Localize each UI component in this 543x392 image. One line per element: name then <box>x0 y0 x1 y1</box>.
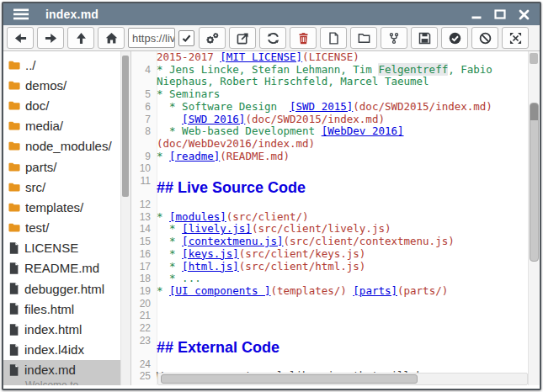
close-icon[interactable] <box>519 9 530 20</box>
sidebar-item-index.md[interactable]: index.md <box>3 360 120 380</box>
reload-button[interactable] <box>259 27 286 49</box>
save-button[interactable] <box>411 27 438 49</box>
sidebar-scrollbar-thumb[interactable] <box>122 56 129 197</box>
trash-icon <box>297 32 310 45</box>
markdown-link[interactable]: [keys.js] <box>182 247 239 260</box>
editor-line[interactable]: 23## External Code <box>131 335 529 358</box>
open-external-button[interactable] <box>229 27 256 49</box>
sidebar-item-..[interactable]: ../ <box>3 55 120 75</box>
folder-icon <box>8 181 21 193</box>
sidebar-item-media[interactable]: media/ <box>3 116 120 136</box>
sidebar-item-parts[interactable]: parts/ <box>3 156 120 177</box>
new-folder-button[interactable] <box>350 27 377 49</box>
markdown-link[interactable]: [SWD 2016] <box>182 113 245 125</box>
code-text: ## Live Source Code <box>157 179 306 196</box>
editor-line[interactable]: 15 * [contextmenu.js](src/client/context… <box>131 236 529 248</box>
editor-line[interactable]: 21 <box>131 310 529 322</box>
editor-line[interactable]: 14 * [lively.js](src/client/lively.js) <box>131 223 529 236</box>
sidebar-item-debugger.html[interactable]: debugger.html <box>3 278 120 299</box>
editor-line[interactable]: 5* Seminars <box>131 88 529 101</box>
markdown-link[interactable]: [SWD 2015] <box>290 100 353 113</box>
hamburger-menu-icon[interactable] <box>13 8 29 20</box>
markdown-link[interactable]: [readme] <box>169 150 220 162</box>
fullscreen-button[interactable] <box>502 27 529 49</box>
sidebar-item-test[interactable]: test/ <box>3 218 120 238</box>
line-number: 22 <box>131 322 157 335</box>
editor-line[interactable]: 16 * [keys.js](src/client/keys.js) <box>131 248 529 261</box>
markdown-link[interactable]: [UI components ] <box>169 284 270 297</box>
editor-line[interactable]: 18 * ... <box>131 273 529 285</box>
editor-line[interactable]: 10 <box>131 162 529 175</box>
sidebar-item-LICENSE[interactable]: LICENSE <box>3 238 120 258</box>
line-number: 6 <box>131 101 157 114</box>
sidebar-item-index.l4idx[interactable]: index.l4idx <box>3 340 120 360</box>
markdown-link[interactable]: [WebDev 2016] <box>322 124 404 137</box>
minimize-icon[interactable] <box>471 9 482 19</box>
markdown-link[interactable]: [modules] <box>169 210 226 223</box>
vertical-scrollbar[interactable] <box>528 51 540 385</box>
accept-button[interactable] <box>441 27 468 49</box>
sidebar-item-templates[interactable]: templates/ <box>3 197 120 217</box>
settings-button[interactable] <box>199 27 226 49</box>
editor-line[interactable]: 12 <box>131 199 529 211</box>
editor-line[interactable]: 9* [readme](README.md) <box>131 151 529 163</box>
file-icon <box>8 262 20 275</box>
sidebar-item-README.md[interactable]: README.md <box>3 258 120 278</box>
sidebar-scrollbar[interactable] <box>120 51 130 385</box>
sidebar-item-files.html[interactable]: files.html <box>3 299 120 319</box>
markdown-link[interactable]: [lively.js] <box>182 222 252 235</box>
editor-line[interactable]: 17 * [html.js](src/client/html.js) <box>131 261 529 273</box>
back-button[interactable] <box>7 27 34 49</box>
editor-lines: 2015-2017 [MIT LICENSE](LICENSE)4* Jens … <box>131 51 529 385</box>
new-file-button[interactable] <box>320 27 347 49</box>
line-number: 20 <box>131 298 157 310</box>
markdown-editor[interactable]: 2015-2017 [MIT LICENSE](LICENSE)4* Jens … <box>131 51 540 385</box>
versions-button[interactable] <box>381 27 407 49</box>
cancel-button[interactable] <box>471 27 498 49</box>
markdown-link[interactable]: [MIT LICENSE] <box>220 51 302 63</box>
vertical-scrollbar-thumb[interactable] <box>530 103 539 262</box>
folder-icon <box>8 221 21 234</box>
editor-line[interactable]: 19* [UI components ](templates/) [parts]… <box>131 285 529 298</box>
delete-button[interactable] <box>290 27 317 49</box>
horizontal-scrollbar-thumb[interactable] <box>161 374 418 384</box>
url-input[interactable] <box>128 28 175 48</box>
markdown-link[interactable]: [contextmenu.js] <box>182 235 283 247</box>
code-text: Felgentreff <box>378 63 448 76</box>
horizontal-scrollbar[interactable] <box>157 373 528 385</box>
sidebar-item-src[interactable]: src/ <box>3 177 120 197</box>
sidebar-item-demos[interactable]: demos/ <box>3 75 120 95</box>
maximize-icon[interactable] <box>494 9 506 19</box>
sidebar-item-label: files.html <box>24 302 74 316</box>
editor-line[interactable]: Niephaus, Robert Hirschfeld, Marcel Taeu… <box>131 76 529 88</box>
up-button[interactable] <box>67 27 94 49</box>
vertical-scrollbar-top-thumb[interactable] <box>530 53 538 64</box>
editor-line[interactable]: 20 <box>131 298 529 310</box>
markdown-link[interactable]: [html.js] <box>182 260 239 273</box>
editor-line[interactable]: 2015-2017 [MIT LICENSE](LICENSE) <box>131 51 529 64</box>
editor-line[interactable]: 4* Jens Lincke, Stefan Lehmann, Tim Felg… <box>131 64 529 77</box>
code-text: * Software Design <box>157 100 290 113</box>
sidebar-item-index.html[interactable]: index.html <box>3 319 120 339</box>
editor-line[interactable]: 22 <box>131 322 529 335</box>
code-text: (src/client/contextmenu.js) <box>284 235 455 247</box>
home-button[interactable] <box>98 27 125 49</box>
file-icon <box>8 343 20 357</box>
markdown-link[interactable]: [parts] <box>353 284 397 297</box>
folder-icon <box>8 99 21 112</box>
forward-button[interactable] <box>37 27 64 49</box>
editor-line[interactable]: 11## Live Source Code <box>131 175 529 199</box>
sidebar-item-node-modules[interactable]: node_modules/ <box>3 136 120 156</box>
editor-line[interactable]: 6 * Software Design [SWD 2015](doc/SWD20… <box>131 101 529 114</box>
toolbar-checkbox[interactable] <box>178 30 194 46</box>
folder-icon <box>8 119 21 132</box>
editor-line[interactable]: 13* [modules](src/client/) <box>131 211 529 224</box>
editor-line[interactable]: 7 [SWD 2016](doc/SWD2015/index.md) <box>131 114 529 126</box>
file-icon <box>327 32 340 45</box>
sidebar-item-doc[interactable]: doc/ <box>3 95 120 115</box>
line-number: 9 <box>131 151 157 163</box>
editor-line[interactable]: (doc/WebDev2016/index.md) <box>131 138 529 151</box>
line-number: 13 <box>131 211 157 224</box>
editor-line[interactable]: 24 <box>131 358 529 371</box>
editor-line[interactable]: 8 * Web-based Development [WebDev 2016] <box>131 125 529 138</box>
